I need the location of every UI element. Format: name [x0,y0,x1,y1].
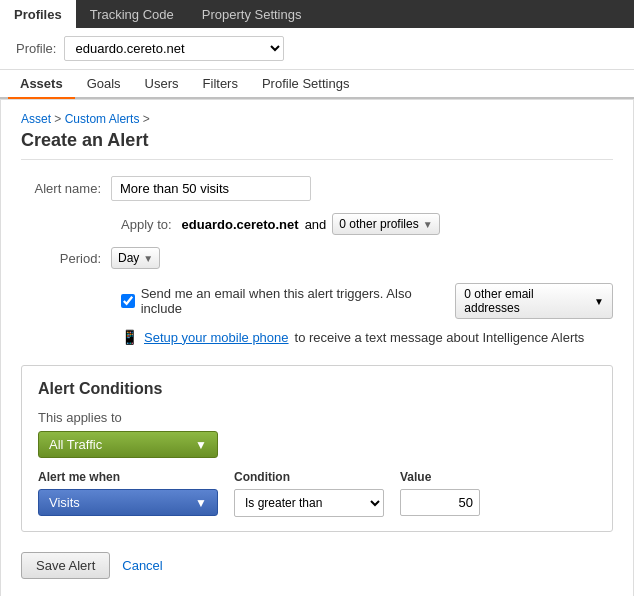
traffic-value: All Traffic [49,437,102,452]
breadcrumb-asset[interactable]: Asset [21,112,51,126]
mobile-text: to receive a text message about Intellig… [295,330,585,345]
top-navigation: Profiles Tracking Code Property Settings [0,0,634,28]
email-dropdown-label: 0 other email addresses [464,287,589,315]
tab-users[interactable]: Users [133,70,191,99]
apply-to-label: Apply to: [121,217,172,232]
applies-to-label: This applies to [38,410,596,425]
mobile-setup-link[interactable]: Setup your mobile phone [144,330,289,345]
profile-bar: Profile: eduardo.cereto.net [0,28,634,70]
period-row: Period: Day ▼ [21,247,613,269]
visits-value: Visits [49,495,80,510]
value-input[interactable] [400,489,480,516]
nav-tracking-code[interactable]: Tracking Code [76,0,188,28]
alert-me-when-col: Alert me when Visits ▼ [38,470,218,516]
traffic-arrow-icon: ▼ [195,438,207,452]
tab-filters[interactable]: Filters [191,70,250,99]
profile-label: Profile: [16,41,56,56]
visits-dropdown[interactable]: Visits ▼ [38,489,218,516]
condition-select[interactable]: Is greater than [234,489,384,517]
period-value: Day [118,251,139,265]
tab-goals[interactable]: Goals [75,70,133,99]
alert-name-row: Alert name: [21,176,613,201]
checkbox-label: Send me an email when this alert trigger… [141,286,450,316]
value-label: Value [400,470,480,484]
alert-name-input[interactable] [111,176,311,201]
condition-col: Condition Is greater than [234,470,384,517]
breadcrumb-sep2: > [139,112,149,126]
tabs-row: Assets Goals Users Filters Profile Setti… [0,70,634,99]
cancel-button[interactable]: Cancel [122,558,162,573]
breadcrumb: Asset > Custom Alerts > [21,112,613,126]
visits-arrow-icon: ▼ [195,496,207,510]
breadcrumb-custom-alerts[interactable]: Custom Alerts [65,112,140,126]
button-row: Save Alert Cancel [21,552,613,579]
alert-conditions-title: Alert Conditions [38,380,596,398]
apply-to-row: Apply to: eduardo.cereto.net and 0 other… [121,213,613,235]
email-dropdown-arrow-icon: ▼ [594,296,604,307]
period-arrow-icon: ▼ [143,253,153,264]
page-title: Create an Alert [21,130,613,160]
alert-me-when-label: Alert me when [38,470,218,484]
period-label: Period: [21,251,111,266]
email-checkbox-row: Send me an email when this alert trigger… [121,283,613,319]
value-col: Value [400,470,480,516]
mobile-icon: 📱 [121,329,138,345]
other-profiles-label: 0 other profiles [339,217,418,231]
alert-conditions-section: Alert Conditions This applies to All Tra… [21,365,613,532]
other-profiles-dropdown[interactable]: 0 other profiles ▼ [332,213,439,235]
alert-name-label: Alert name: [21,181,111,196]
other-profiles-arrow-icon: ▼ [423,219,433,230]
save-alert-button[interactable]: Save Alert [21,552,110,579]
profile-select[interactable]: eduardo.cereto.net [64,36,284,61]
breadcrumb-sep1: > [51,112,65,126]
email-addresses-dropdown[interactable]: 0 other email addresses ▼ [455,283,613,319]
main-content: Asset > Custom Alerts > Create an Alert … [0,99,634,596]
conditions-row: Alert me when Visits ▼ Condition Is grea… [38,470,596,517]
nav-property-settings[interactable]: Property Settings [188,0,316,28]
site-name: eduardo.cereto.net [182,217,299,232]
tab-profile-settings[interactable]: Profile Settings [250,70,361,99]
and-text: and [305,217,327,232]
mobile-setup-row: 📱 Setup your mobile phone to receive a t… [121,329,613,345]
condition-label: Condition [234,470,384,484]
period-dropdown[interactable]: Day ▼ [111,247,160,269]
email-checkbox[interactable] [121,294,135,308]
nav-profiles[interactable]: Profiles [0,0,76,28]
all-traffic-dropdown[interactable]: All Traffic ▼ [38,431,218,458]
tab-assets[interactable]: Assets [8,70,75,99]
